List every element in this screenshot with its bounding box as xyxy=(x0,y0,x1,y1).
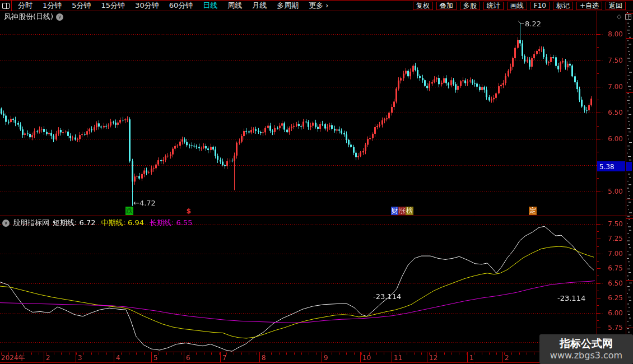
event-badge[interactable]: 榜 xyxy=(406,207,413,215)
price-annotation: 8.22 xyxy=(525,20,541,28)
watermark-title: 指标公式网 xyxy=(560,337,613,350)
indicator-legend: 短期线: 6.72中期线: 6.94长期线: 6.55 xyxy=(53,218,198,228)
toolbar-actions: 复权叠加多股统计画线F10标记+自选返回 xyxy=(413,1,626,11)
period-tab-0[interactable]: 分时 xyxy=(13,1,38,11)
indicator-header: ∨ 股朋指标网 短期线: 6.72中期线: 6.94长期线: 6.55 xyxy=(2,218,198,228)
window-icon[interactable] xyxy=(625,14,631,20)
period-tab-5[interactable]: 60分钟 xyxy=(164,1,198,11)
price-chart-canvas[interactable] xyxy=(0,0,633,364)
separator: : xyxy=(75,218,80,227)
series-name: 中期线 xyxy=(101,218,123,227)
period-tab-3[interactable]: 15分钟 xyxy=(96,1,131,11)
period-tab-1[interactable]: 1分钟 xyxy=(38,1,67,11)
event-badge[interactable]: 定 xyxy=(529,207,537,215)
indicator-collapse-chevron-icon[interactable]: ∨ xyxy=(2,220,10,227)
price-annotation: ←4.72 xyxy=(133,199,156,207)
series-value: 6.72 xyxy=(80,218,96,227)
indicator-annotation: -23.114 xyxy=(557,294,585,302)
watermark-url: www.zbgs3.com xyxy=(550,350,622,361)
toolbar-action-1[interactable]: 叠加 xyxy=(436,2,457,10)
period-tab-4[interactable]: 30分钟 xyxy=(130,1,164,11)
event-badge[interactable]: 财 xyxy=(391,207,399,215)
chart-symbol-title: 风神股份(日线) xyxy=(4,12,53,22)
event-badge[interactable]: $ xyxy=(185,207,193,216)
toolbar-action-0[interactable]: 复权 xyxy=(413,2,433,10)
toolbar-action-2[interactable]: 多股 xyxy=(460,2,480,10)
toolbar: 分时1分钟5分钟15分钟30分钟60分钟日线周线月线多周期更多 › 复权叠加多股… xyxy=(0,0,633,11)
separator: : xyxy=(123,218,128,227)
indicator-legend-item-0: 短期线: 6.72 xyxy=(53,218,95,227)
indicator-name[interactable]: 股朋指标网 xyxy=(13,218,49,228)
period-tab-9[interactable]: 多周期 xyxy=(272,1,304,11)
split-window-icon xyxy=(2,3,10,9)
toolbar-action-3[interactable]: 统计 xyxy=(483,2,504,10)
indicator-annotation: -23.114 xyxy=(373,292,401,301)
event-badge[interactable]: 涨 xyxy=(398,207,406,215)
event-badge[interactable]: 跌 xyxy=(125,207,133,215)
toolbar-action-5[interactable]: F10 xyxy=(530,2,550,10)
toolbar-action-7[interactable]: +自选 xyxy=(576,2,602,10)
indicator-legend-item-1: 中期线: 6.94 xyxy=(101,218,143,227)
diamond-icon[interactable]: ◇ xyxy=(617,13,621,20)
series-name: 短期线 xyxy=(53,218,75,227)
layout-toggle-button[interactable] xyxy=(0,1,12,11)
series-value: 6.94 xyxy=(128,218,144,227)
chart-title-row: 风神股份(日线) ∨ xyxy=(4,12,63,22)
trading-app-window: 分时1分钟5分钟15分钟30分钟60分钟日线周线月线多周期更多 › 复权叠加多股… xyxy=(0,0,633,364)
toolbar-action-6[interactable]: 标记 xyxy=(553,2,573,10)
toolbar-action-4[interactable]: 画线 xyxy=(507,2,527,10)
period-tab-10[interactable]: 更多 › xyxy=(304,1,333,11)
series-value: 6.55 xyxy=(176,218,192,227)
period-menu: 分时1分钟5分钟15分钟30分钟60分钟日线周线月线多周期更多 › xyxy=(13,1,334,11)
chevron-down-icon[interactable]: ∨ xyxy=(56,13,63,21)
period-tab-7[interactable]: 周线 xyxy=(222,1,247,11)
watermark: 指标公式网 www.zbgs3.com xyxy=(539,334,633,364)
period-tab-2[interactable]: 5分钟 xyxy=(67,1,96,11)
toolbar-action-8[interactable]: 返回 xyxy=(606,2,626,10)
indicator-legend-item-2: 长期线: 6.55 xyxy=(150,218,192,227)
period-tab-8[interactable]: 月线 xyxy=(247,1,272,11)
series-name: 长期线 xyxy=(150,218,171,227)
period-tab-6[interactable]: 日线 xyxy=(198,1,222,11)
